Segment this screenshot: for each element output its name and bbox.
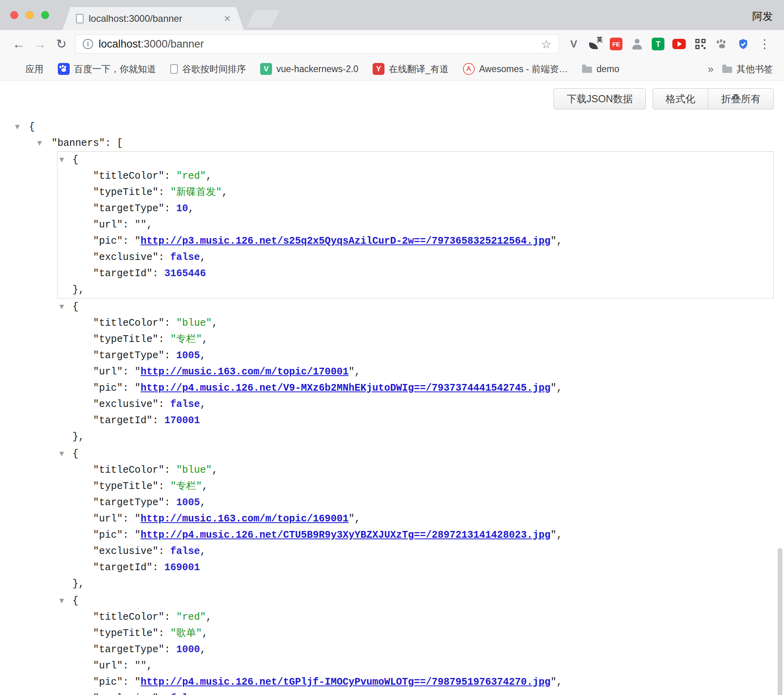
json-url-link[interactable]: http://p4.music.126.net/V9-MXz6b2MNhEKju…: [141, 382, 550, 394]
json-punct: ,: [354, 513, 360, 525]
json-url-link[interactable]: http://p3.music.126.net/s25q2x5QyqsAzilC…: [141, 235, 550, 247]
collapse-triangle-icon[interactable]: [15, 119, 20, 135]
collapse-triangle-icon[interactable]: [37, 135, 42, 151]
bookmark-star-icon[interactable]: [541, 37, 552, 51]
shield-extension-icon[interactable]: [736, 37, 750, 51]
url-path: :3000/banner: [141, 38, 204, 50]
fe-extension-icon[interactable]: FE: [610, 38, 622, 50]
tab-close-icon[interactable]: [224, 13, 230, 24]
zoom-window-button[interactable]: [41, 11, 49, 19]
page-info-icon[interactable]: [83, 39, 93, 49]
json-punct: :: [164, 350, 176, 361]
json-punct: ": [135, 513, 141, 525]
bookmarks-overflow-icon[interactable]: [699, 63, 722, 75]
json-value-num: 10: [176, 203, 188, 214]
json-value-str: "新碟首发": [170, 187, 222, 198]
json-url-link[interactable]: http://p4.music.126.net/CTU5B9R9y3XyYBZX…: [141, 529, 550, 541]
bookmark-item-folder[interactable]: demo: [582, 64, 619, 74]
reload-icon[interactable]: [51, 38, 72, 50]
bookmark-item-baidu[interactable]: 百度一下，你就知道: [58, 63, 156, 75]
collapse-triangle-icon[interactable]: [59, 593, 64, 609]
json-punct: ,: [202, 628, 208, 639]
scrollbar-thumb[interactable]: [778, 548, 782, 695]
json-punct: ": [135, 366, 141, 378]
bookmark-label: 谷歌按时间排序: [182, 63, 246, 75]
forward-icon[interactable]: [29, 38, 51, 50]
json-key: "targetType": [93, 644, 164, 655]
json-value-bool: false: [170, 399, 200, 410]
json-line: "url": "http://music.163.com/m/topic/170…: [57, 364, 773, 380]
browser-tab[interactable]: localhost:3000/banner: [63, 7, 244, 30]
json-banner-object: {"titleColor": "red","typeTitle": "歌单","…: [57, 592, 774, 695]
json-key: "typeTitle": [93, 334, 158, 345]
json-url-link[interactable]: http://music.163.com/m/topic/169001: [141, 513, 348, 525]
json-key: "url": [93, 513, 123, 525]
url-host: localhost: [99, 38, 141, 50]
json-banner-object: {"titleColor": "blue","typeTitle": "专栏",…: [57, 445, 774, 592]
tampermonkey-extension-icon[interactable]: T: [652, 38, 664, 50]
translate-extension-icon[interactable]: 英: [588, 37, 602, 51]
json-punct: ,: [212, 317, 218, 329]
close-window-button[interactable]: [10, 11, 18, 19]
json-punct: :: [158, 546, 170, 557]
format-button[interactable]: 格式化: [653, 88, 708, 109]
json-key: "targetId": [93, 268, 152, 279]
accounts-extension-icon[interactable]: [630, 37, 644, 51]
collapse-triangle-icon[interactable]: [59, 446, 64, 462]
json-url-link[interactable]: http://p4.music.126.net/tGPljf-IMOCyPvum…: [141, 676, 550, 688]
json-line: "typeTitle": "歌单",: [57, 625, 773, 642]
json-punct: {: [72, 154, 78, 166]
json-punct: :: [158, 399, 170, 410]
json-punct: :: [123, 529, 135, 541]
json-key: "pic": [93, 529, 123, 541]
json-line: {: [57, 299, 773, 315]
vimium-extension-icon[interactable]: V: [567, 37, 580, 51]
json-key: "exclusive": [93, 252, 158, 263]
collapse-triangle-icon[interactable]: [59, 299, 64, 315]
json-value-bool: false: [170, 693, 200, 695]
bookmark-item-youdao[interactable]: Y在线翻译_有道: [373, 63, 449, 75]
json-key: "targetType": [93, 203, 164, 214]
minimize-window-button[interactable]: [26, 11, 34, 19]
download-json-button[interactable]: 下载JSON数据: [554, 88, 646, 109]
youtube-extension-icon[interactable]: [672, 39, 686, 49]
json-line: },: [57, 576, 773, 592]
back-icon[interactable]: [8, 38, 29, 50]
json-line: "targetType": 10,: [57, 200, 773, 217]
collapse-triangle-icon[interactable]: [59, 152, 64, 168]
window-controls: [10, 11, 49, 19]
person-head: [635, 39, 639, 44]
extensions-area: V英FET: [567, 37, 750, 51]
json-punct: {: [29, 121, 35, 133]
json-line: "pic": "http://p4.music.126.net/CTU5B9R9…: [57, 527, 773, 543]
bookmark-item-vue[interactable]: Vvue-hackernews-2.0: [260, 63, 358, 75]
bookmark-label: 应用: [25, 63, 44, 75]
qrcode-extension-icon[interactable]: [694, 37, 707, 51]
json-line: },: [57, 282, 773, 298]
bookmark-label: Awesomes - 前端资…: [479, 63, 568, 75]
json-punct: ": [550, 235, 556, 247]
browser-menu-icon[interactable]: [754, 38, 775, 50]
json-line: "targetId": 3165446: [57, 265, 773, 282]
profile-name[interactable]: 阿发: [752, 10, 773, 23]
bookmark-item-awesomes[interactable]: AAwesomes - 前端资…: [463, 63, 568, 75]
omnibox[interactable]: localhost:3000/banner: [75, 34, 559, 53]
json-value-empty: "": [135, 660, 147, 672]
json-key: "titleColor": [93, 611, 164, 623]
bookmark-item-apps[interactable]: 应用: [11, 63, 44, 75]
json-url-link[interactable]: http://music.163.com/m/topic/170001: [141, 366, 348, 378]
json-tree: {"banners": [{"titleColor": "red","typeT…: [15, 119, 774, 695]
json-punct: ,: [200, 497, 206, 508]
json-punct: {: [72, 595, 78, 607]
bookmark-label: demo: [596, 64, 619, 74]
bookmark-item-page[interactable]: 谷歌按时间排序: [170, 63, 246, 75]
awesomes-icon: A: [463, 63, 475, 75]
page-content: 下载JSON数据 格式化 折叠所有 {"banners": [{"titleCo…: [0, 80, 784, 643]
collapse-all-button[interactable]: 折叠所有: [708, 88, 774, 109]
new-tab-button[interactable]: [247, 10, 280, 27]
paw-extension-icon[interactable]: [715, 37, 729, 51]
other-bookmarks-folder[interactable]: 其他书签: [722, 63, 773, 75]
json-line: "titleColor": "blue",: [57, 462, 773, 478]
json-punct: :: [152, 562, 164, 573]
json-punct: ": [348, 366, 354, 378]
